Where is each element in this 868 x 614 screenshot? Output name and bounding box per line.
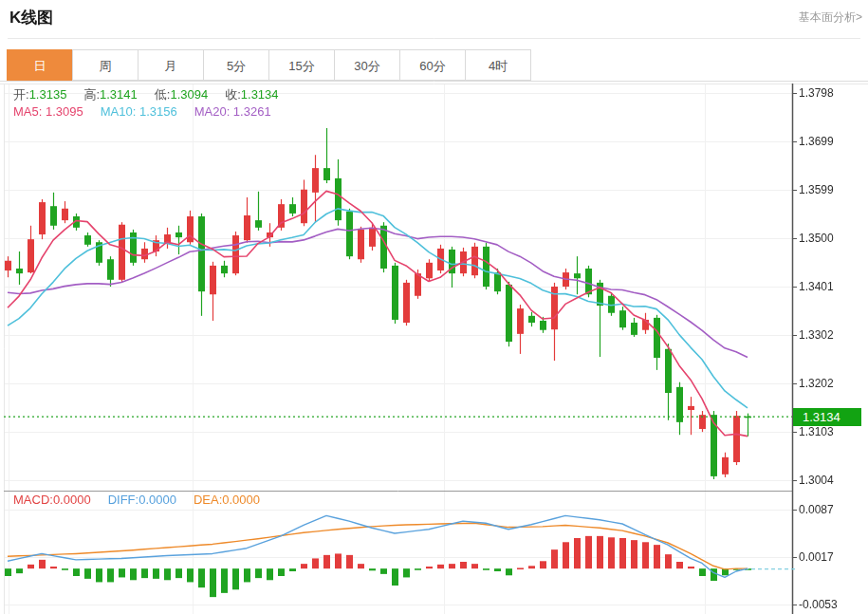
price-axis-label: 1.3103	[799, 425, 834, 438]
price-axis-label: 1.3500	[799, 232, 834, 245]
macd-axis-label: 0.0087	[799, 503, 834, 516]
macd-axis-label: 0.0017	[799, 550, 834, 564]
ma-item: MA10: 1.3156	[101, 104, 177, 119]
fundamental-analysis-link[interactable]: 基本面分析>	[799, 9, 862, 26]
price-axis-label: 1.3202	[799, 377, 834, 390]
macd-item: DIFF:0.0000	[108, 493, 176, 507]
tab-周[interactable]: 周	[72, 49, 139, 81]
tab-5分[interactable]: 5分	[203, 49, 269, 81]
tab-15分[interactable]: 15分	[268, 49, 335, 81]
tab-60分[interactable]: 60分	[399, 49, 466, 81]
ohlc-item: 开:1.3135	[13, 87, 66, 102]
tab-4时[interactable]: 4时	[465, 49, 531, 81]
tab-月[interactable]: 月	[138, 49, 204, 81]
ma-item: MA5: 1.3095	[13, 104, 83, 119]
price-axis-label: 1.3599	[799, 183, 834, 196]
ohlc-item: 高:1.3141	[83, 87, 137, 102]
price-axis-label: 1.3798	[799, 86, 834, 100]
macd-legend: MACD:0.0000DIFF:0.0000DEA:0.0000	[13, 493, 277, 507]
tab-30分[interactable]: 30分	[334, 49, 400, 81]
price-axis-label: 1.3401	[799, 280, 834, 293]
macd-axis-label: -0.0053	[799, 598, 838, 611]
macd-item: MACD:0.0000	[13, 493, 91, 507]
price-axis-label: 1.3699	[799, 135, 834, 148]
ohlc-item: 收:1.3134	[225, 87, 278, 102]
current-price-tag: 1.3134	[793, 408, 861, 426]
ma-item: MA20: 1.3261	[194, 104, 271, 119]
kline-page: K线图 基本面分析> 日周月5分15分30分60分4时 开:1.3135高:1.…	[0, 0, 868, 614]
ohlc-item: 低:1.3094	[155, 87, 208, 102]
ma-legend: MA5: 1.3095MA10: 1.3156MA20: 1.3261	[13, 104, 288, 119]
ohlc-legend: 开:1.3135高:1.3141低:1.3094收:1.3134	[13, 86, 296, 103]
page-title: K线图	[9, 7, 53, 28]
macd-item: DEA:0.0000	[194, 493, 260, 507]
price-axis-label: 1.3004	[799, 474, 834, 487]
tab-日[interactable]: 日	[7, 49, 73, 81]
price-axis-label: 1.3302	[799, 328, 834, 342]
interval-tabbar: 日周月5分15分30分60分4时	[8, 49, 531, 81]
